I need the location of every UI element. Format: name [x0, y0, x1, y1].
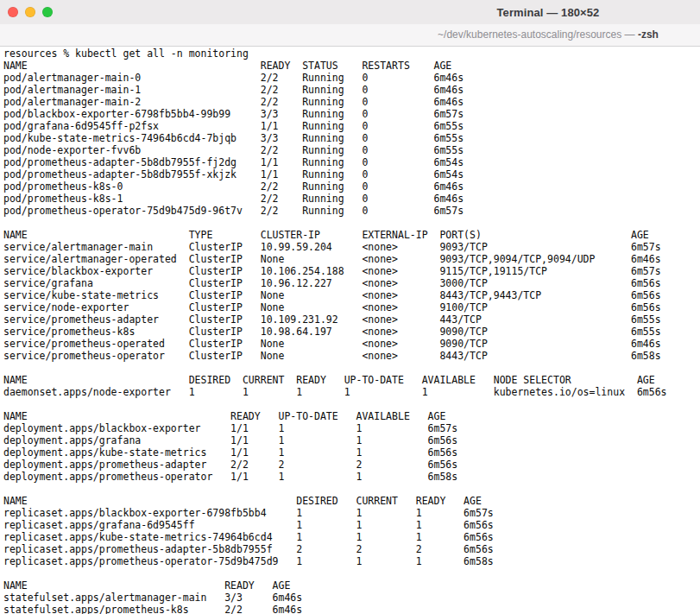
deployments-row: deployment.apps/blackbox-exporter 1/1 1 … [3, 422, 700, 434]
tab-title: ~/dev/kubernetes-autoscaling/resources —… [0, 24, 700, 46]
services-row: service/prometheus-operator ClusterIP No… [3, 350, 700, 362]
deployments-row: deployment.apps/prometheus-operator 1/1 … [3, 471, 700, 483]
replicasets-row: replicaset.apps/kube-state-metrics-74964… [3, 531, 700, 543]
pods-row: pod/alertmanager-main-2 2/2 Running 0 6m… [3, 96, 700, 108]
traffic-lights [8, 7, 53, 17]
pods-row: pod/kube-state-metrics-74964b6cd4-7bjqb … [3, 132, 700, 144]
pods-row: pod/prometheus-adapter-5b8db7955f-fj2dg … [3, 156, 700, 168]
services-row: service/kube-state-metrics ClusterIP Non… [3, 289, 700, 301]
pods-row: pod/blackbox-exporter-6798fb5bb4-99b99 3… [3, 108, 700, 120]
deployments-row: deployment.apps/prometheus-adapter 2/2 2… [3, 459, 700, 471]
pods-row: pod/prometheus-k8s-1 2/2 Running 0 6m46s [3, 193, 700, 205]
replicasets-row: replicaset.apps/blackbox-exporter-6798fb… [3, 507, 700, 519]
statefulsets-row: statefulset.apps/alertmanager-main 3/3 6… [3, 592, 700, 604]
services-row: service/alertmanager-main ClusterIP 10.9… [3, 241, 700, 253]
blank-line [3, 398, 700, 410]
services-row: service/node-exporter ClusterIP None <no… [3, 301, 700, 313]
replicasets-row: replicaset.apps/grafana-6d9545ff 1 1 1 6… [3, 519, 700, 531]
replicasets-header-line: NAME DESIRED CURRENT READY AGE [3, 495, 700, 507]
pods-row: pod/alertmanager-main-1 2/2 Running 0 6m… [3, 84, 700, 96]
blank-line [3, 483, 700, 495]
services-header-line: NAME TYPE CLUSTER-IP EXTERNAL-IP PORT(S)… [3, 229, 700, 241]
services-row: service/blackbox-exporter ClusterIP 10.1… [3, 265, 700, 277]
window-title: Terminal — 180×52 [0, 0, 700, 24]
terminal-output[interactable]: resources % kubectl get all -n monitorin… [0, 47, 700, 614]
pods-row: pod/alertmanager-main-0 2/2 Running 0 6m… [3, 72, 700, 84]
pods-header-line: NAME READY STATUS RESTARTS AGE [3, 60, 700, 72]
pods-row: pod/prometheus-adapter-5b8db7955f-xkjzk … [3, 168, 700, 180]
deployments-header-line: NAME READY UP-TO-DATE AVAILABLE AGE [3, 410, 700, 422]
pods-row: pod/prometheus-operator-75d9b475d9-96t7v… [3, 205, 700, 217]
title-bar[interactable]: Terminal — 180×52 [0, 0, 700, 24]
replicasets-row: replicaset.apps/prometheus-adapter-5b8db… [3, 543, 700, 555]
terminal-window: Terminal — 180×52 ~/dev/kubernetes-autos… [0, 0, 700, 614]
daemonsets-row: daemonset.apps/node-exporter 1 1 1 1 1 k… [3, 386, 700, 398]
tab-bar[interactable]: ~/dev/kubernetes-autoscaling/resources —… [0, 24, 700, 47]
pods-row: pod/prometheus-k8s-0 2/2 Running 0 6m46s [3, 180, 700, 193]
deployments-row: deployment.apps/kube-state-metrics 1/1 1… [3, 446, 700, 459]
blank-line [3, 217, 700, 229]
blank-line [3, 567, 700, 579]
blank-line [3, 362, 700, 374]
pods-row: pod/node-exporter-fvv6b 2/2 Running 0 6m… [3, 144, 700, 156]
services-row: service/alertmanager-operated ClusterIP … [3, 253, 700, 265]
services-row: service/grafana ClusterIP 10.96.12.227 <… [3, 277, 700, 289]
statefulsets-row: statefulset.apps/prometheus-k8s 2/2 6m46… [3, 604, 700, 614]
pods-row: pod/grafana-6d9545ff-p2fsx 1/1 Running 0… [3, 120, 700, 132]
close-button-icon[interactable] [8, 7, 18, 17]
replicasets-row: replicaset.apps/prometheus-operator-75d9… [3, 555, 700, 567]
deployments-row: deployment.apps/grafana 1/1 1 1 6m56s [3, 434, 700, 446]
tab-path: ~/dev/kubernetes-autoscaling/resources — [438, 28, 638, 41]
daemonsets-header-line: NAME DESIRED CURRENT READY UP-TO-DATE AV… [3, 374, 700, 386]
minimize-button-icon[interactable] [25, 7, 35, 17]
services-row: service/prometheus-adapter ClusterIP 10.… [3, 313, 700, 326]
tab-shell: -zsh [638, 28, 659, 41]
services-row: service/prometheus-operated ClusterIP No… [3, 338, 700, 350]
services-row: service/prometheus-k8s ClusterIP 10.98.6… [3, 326, 700, 338]
command-line: resources % kubectl get all -n monitorin… [3, 47, 700, 60]
zoom-button-icon[interactable] [42, 7, 53, 17]
statefulsets-header-line: NAME READY AGE [3, 579, 700, 592]
